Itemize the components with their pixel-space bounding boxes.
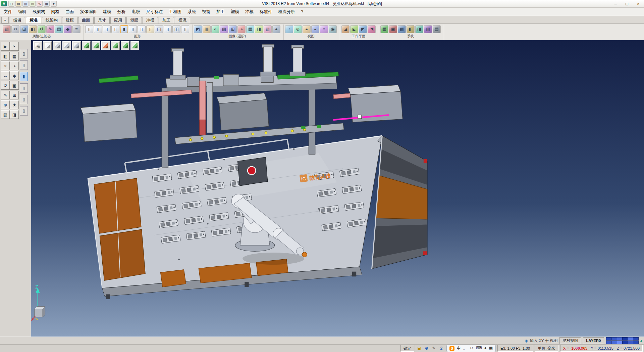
ribbon-icon[interactable]: ◢	[341, 25, 350, 33]
color-segment[interactable]	[617, 337, 623, 341]
view-orientation-button[interactable]	[82, 41, 91, 50]
quick-access-icon[interactable]: ▾	[51, 1, 57, 7]
color-segment[interactable]	[633, 341, 639, 344]
ribbon-icon[interactable]: ≡	[72, 25, 80, 33]
toolbar-tab[interactable]: 尺寸	[94, 17, 110, 24]
ribbon-icon[interactable]: ◑	[237, 25, 246, 33]
ime-button[interactable]: 中	[457, 346, 461, 351]
view-orientation-button[interactable]	[101, 41, 110, 50]
view-orientation-button[interactable]	[53, 41, 61, 50]
ribbon-icon[interactable]: ◧	[407, 25, 415, 33]
ribbon-icon[interactable]: ◉	[329, 25, 337, 33]
palette-tool-button[interactable]: ▧	[1, 110, 10, 119]
ribbon-icon[interactable]: ◧	[29, 25, 37, 33]
ribbon-icon[interactable]: ▯	[103, 25, 111, 33]
tray-icon[interactable]: 2	[438, 345, 445, 351]
toolbar-tab[interactable]: 加工	[159, 17, 174, 24]
ime-button[interactable]: ⌨	[476, 346, 482, 351]
palette-strip-button[interactable]: ▯	[20, 49, 28, 58]
ribbon-icon[interactable]: ▦	[246, 25, 254, 33]
view-orientation-button[interactable]	[43, 41, 52, 50]
toolbar-tab[interactable]: 曲面	[78, 17, 94, 24]
color-segment[interactable]	[622, 341, 628, 344]
color-segment[interactable]	[606, 337, 612, 341]
quick-access-icon[interactable]: ▢	[8, 1, 14, 7]
tray-icon[interactable]: ▣	[416, 345, 423, 351]
ribbon-icon[interactable]: ▯	[111, 25, 119, 33]
menu-item[interactable]: 文件	[1, 8, 15, 16]
toolbar-tab[interactable]: 应用	[110, 17, 126, 24]
ribbon-icon[interactable]: ◔	[285, 25, 293, 33]
view-orientation-button[interactable]: ≡	[33, 41, 42, 50]
ribbon-icon[interactable]: ◒	[311, 25, 319, 33]
ribbon-icon[interactable]: ◫	[172, 25, 180, 33]
ribbon-icon[interactable]: ▯	[94, 25, 102, 33]
palette-tool-button[interactable]: ✂	[10, 42, 19, 51]
ribbon-icon[interactable]: ▩	[398, 25, 406, 33]
palette-tool-button[interactable]: ↔	[1, 71, 10, 80]
view-orientation-button[interactable]	[62, 41, 71, 50]
toolbar-tab[interactable]: 编辑	[10, 17, 25, 24]
color-segment[interactable]	[617, 341, 623, 344]
quick-access-icon[interactable]: ▦	[44, 1, 50, 7]
ribbon-icon[interactable]: ⊞	[20, 25, 28, 33]
absolute-view-button[interactable]: 绝对视图	[559, 337, 581, 344]
menu-item[interactable]: 实体编辑	[77, 8, 100, 16]
ribbon-icon[interactable]: ▤	[55, 25, 63, 33]
quick-access-icon[interactable]: ✎	[37, 1, 43, 7]
ribbon-icon[interactable]: ▯	[146, 25, 154, 33]
menu-item[interactable]: 系统	[184, 8, 199, 16]
menu-item[interactable]: 曲面	[63, 8, 77, 16]
menu-item[interactable]: 加工	[213, 8, 228, 16]
palette-strip-button[interactable]: ▯	[20, 95, 28, 104]
menu-item[interactable]: 分析	[114, 8, 129, 16]
toolbar-tab[interactable]: 模流	[175, 17, 190, 24]
palette-tool-button[interactable]: ↺	[1, 81, 10, 90]
ribbon-icon[interactable]: ▧	[264, 25, 272, 33]
toolbar-tab[interactable]: 塑膜	[126, 17, 142, 24]
tray-icon[interactable]: ✎	[431, 345, 437, 351]
ribbon-icon[interactable]: ⊕	[294, 25, 302, 33]
palette-tool-button[interactable]: ◆	[10, 71, 19, 80]
quick-access-icon[interactable]: ⊞	[30, 1, 36, 7]
snap-toggle[interactable]: 锁定	[400, 345, 414, 352]
menu-item[interactable]: 视窗	[199, 8, 213, 16]
color-segment[interactable]	[606, 341, 612, 344]
menu-item[interactable]: ?	[298, 8, 307, 16]
ribbon-icon[interactable]: ▥	[203, 25, 211, 33]
menu-item[interactable]: 网格	[48, 8, 63, 16]
view-orientation-button[interactable]	[72, 41, 81, 50]
view-orientation-button[interactable]	[130, 41, 139, 50]
ribbon-icon[interactable]: ⊞	[229, 25, 237, 33]
viewport-3d[interactable]: IC 教育科技 Z	[31, 40, 644, 337]
color-segment[interactable]	[611, 341, 617, 344]
ribbon-icon[interactable]: ◥	[368, 25, 376, 33]
tab-dropdown-button[interactable]: ▾	[1, 17, 9, 24]
menu-item[interactable]: 塑模	[228, 8, 242, 16]
layer-indicator[interactable]: LAYER0	[583, 337, 604, 344]
color-segment[interactable]	[611, 337, 617, 341]
ribbon-icon[interactable]: ◫	[155, 25, 163, 33]
view-orientation-button[interactable]	[121, 41, 129, 50]
palette-tool-button[interactable]: ⊞	[10, 91, 19, 99]
tray-icon[interactable]: ⊕	[423, 345, 430, 351]
ribbon-icon[interactable]: ◓	[320, 25, 328, 33]
palette-tool-button[interactable]: ★	[10, 100, 19, 109]
view-orientation-button[interactable]	[111, 41, 120, 50]
menu-item[interactable]: 电极	[129, 8, 143, 16]
menu-item[interactable]: 建模	[100, 8, 114, 16]
ime-button[interactable]: ▦	[489, 346, 493, 351]
menu-item[interactable]: 编辑	[15, 8, 30, 16]
ribbon-icon[interactable]: ◣	[350, 25, 358, 33]
quick-access-icon[interactable]: ▥	[22, 1, 29, 7]
ime-button[interactable]: ●	[484, 346, 486, 351]
quick-access-icon[interactable]: ▤	[15, 1, 21, 7]
palette-strip-button[interactable]: ▯	[20, 106, 28, 116]
toolbar-tab[interactable]: 线架构	[42, 17, 61, 24]
ribbon-icon[interactable]: ▯	[129, 25, 137, 33]
ribbon-icon[interactable]: ↺	[38, 25, 46, 33]
palette-tool-button[interactable]: ◑	[10, 61, 19, 70]
ime-logo-icon[interactable]: S	[449, 346, 454, 351]
palette-tool-button[interactable]: ◨	[10, 110, 19, 119]
menu-item[interactable]: 工程图	[166, 8, 185, 16]
